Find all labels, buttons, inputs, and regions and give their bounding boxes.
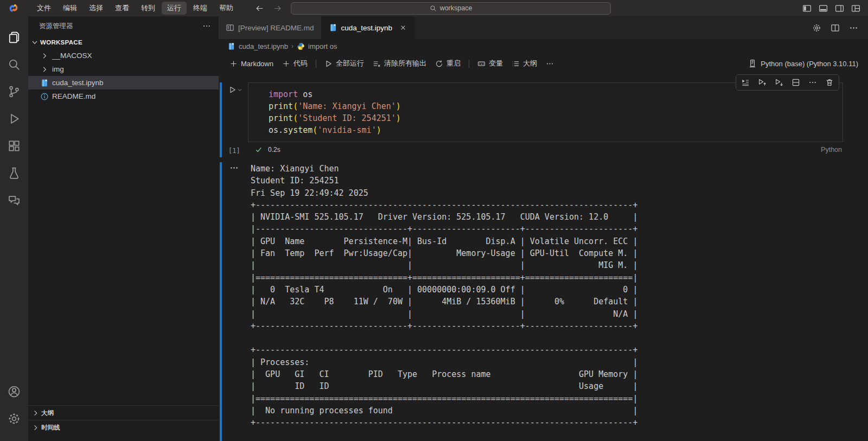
toggle-panel-icon[interactable] [819,4,828,13]
search-icon [430,5,437,12]
editor-more-actions-icon[interactable] [849,23,858,33]
menu-item[interactable]: 查看 [110,2,135,15]
toolbar-button-代码[interactable]: 代码 [278,56,312,71]
file-tree-item[interactable]: img [28,62,219,76]
outline-icon [512,60,520,68]
run-cell-button[interactable] [228,86,242,94]
toolbar-button-run-all[interactable]: 全部运行 [320,56,368,71]
menu-item[interactable]: 编辑 [58,2,82,15]
code-line: print('Student ID: 254251') [269,112,837,124]
comments-icon[interactable] [1,187,27,214]
delete-cell-icon[interactable] [825,78,834,87]
file-tree: __MACOSXimgcuda_test.ipynbREADME.md [28,49,219,103]
nav-back-icon[interactable] [255,4,264,13]
chevron-down-icon [237,87,242,93]
app-logo-icon [8,2,20,14]
notebook-icon [227,42,235,50]
tab-label: [Preview] README.md [238,24,314,32]
search-input[interactable]: workspace [291,2,611,15]
editor-area: [Preview] README.mdcuda_test.ipynb cuda_… [219,16,868,441]
output-text: Name: Xiangyi Chen Student ID: 254251 Fr… [248,162,637,441]
sidebar-title: 资源管理器 [39,22,73,31]
search-value: workspace [440,4,473,12]
success-check-icon [255,146,263,154]
close-tab-icon[interactable] [399,24,407,31]
execute-below-icon[interactable] [775,78,783,87]
breadcrumb-symbol[interactable]: import os [308,42,337,50]
testing-icon[interactable] [1,159,27,187]
split-cell-icon[interactable] [792,78,800,87]
search-view-icon[interactable] [1,51,27,78]
toolbar-separator [316,60,316,68]
explorer-icon[interactable] [1,24,27,51]
source-control-icon[interactable] [1,78,27,105]
chevron-right-icon [40,52,49,60]
toolbar-button-more[interactable] [541,57,558,70]
tab-bar: [Preview] README.mdcuda_test.ipynb [219,16,868,39]
kernel-icon [748,59,757,68]
editor-tab[interactable]: cuda_test.ipynb [322,16,415,39]
kernel-label: Python (base) (Python 3.10.11) [761,60,858,68]
sidebar-panel-outline[interactable]: 大纲 [28,405,219,420]
python-icon [297,42,305,50]
menubar: 文件编辑选择查看转到运行终端帮助 [31,2,239,15]
kernel-picker[interactable]: Python (base) (Python 3.10.11) [748,59,858,68]
cell-output: Name: Xiangyi Chen Student ID: 254251 Fr… [219,162,868,441]
restart-icon [435,60,443,68]
menu-item[interactable]: 帮助 [214,2,239,15]
chevron-down-icon [30,38,39,47]
file-label: cuda_test.ipynb [52,79,104,87]
file-label: img [52,65,64,73]
tab-label: cuda_test.ipynb [341,24,393,32]
split-editor-icon[interactable] [831,23,840,33]
svg-text:(x): (x) [478,62,484,65]
code-cell: [1] import osprint('Name: Xiangyi Chen')… [219,82,868,157]
menu-item[interactable]: 终端 [188,2,213,15]
notebook-toolbar: Markdown代码全部运行清除所有输出重启(x)变量大纲 Python (ba… [219,53,868,74]
extensions-icon[interactable] [1,132,27,159]
file-tree-item[interactable]: cuda_test.ipynb [28,76,219,90]
toolbar-button-markdown[interactable]: Markdown [225,57,278,70]
file-label: README.md [52,92,95,100]
menu-item[interactable]: 文件 [31,2,56,15]
toolbar-button-outline[interactable]: 大纲 [507,56,541,71]
notebook-body: [1] import osprint('Name: Xiangyi Chen')… [219,74,868,441]
variables-icon: (x) [477,60,486,68]
toolbar-button-restart[interactable]: 重启 [431,56,465,71]
breadcrumb-file[interactable]: cuda_test.ipynb [239,42,288,50]
menu-item[interactable]: 选择 [84,2,108,15]
account-icon[interactable] [1,378,27,405]
sidebar-panel-timeline[interactable]: 时间线 [28,420,219,434]
file-tree-item[interactable]: README.md [28,90,219,103]
run-debug-icon[interactable] [1,105,27,132]
code-line: os.system('nvidia-smi') [269,124,837,136]
execute-above-icon[interactable] [758,78,767,87]
cell-toolbar [736,74,839,91]
chevron-right-icon [31,424,40,432]
notebook-icon [40,79,49,87]
workspace-label: WORKSPACE [40,39,82,46]
more-actions-icon[interactable] [808,78,817,87]
output-more-actions-icon[interactable] [229,163,248,172]
toolbar-button-clear-outputs[interactable]: 清除所有输出 [368,56,431,71]
sidebar-explorer: 资源管理器 WORKSPACE __MACOSXimgcuda_test.ipy… [28,16,219,441]
sidebar-more-actions-icon[interactable] [202,22,211,30]
menu-item[interactable]: 运行 [162,2,187,15]
nav-forward-icon[interactable] [273,4,282,13]
plus-icon [282,60,290,68]
editor-settings-gear-icon[interactable] [812,23,821,33]
execute-cell-icon[interactable] [741,78,750,87]
workspace-section-header[interactable]: WORKSPACE [28,36,219,49]
settings-gear-icon[interactable] [1,405,27,432]
file-tree-item[interactable]: __MACOSX [28,49,219,62]
editor-tab[interactable]: [Preview] README.md [219,16,322,39]
toggle-sidebar-icon[interactable] [802,4,812,13]
customize-layout-icon[interactable] [851,4,860,13]
toggle-secondary-sidebar-icon[interactable] [835,4,844,13]
toolbar-button-variables[interactable]: (x)变量 [473,56,507,71]
menu-item[interactable]: 转到 [136,2,161,15]
chevron-right-icon: › [291,42,293,50]
cell-language-label[interactable]: Python [821,146,842,154]
cell-code-editor[interactable]: import osprint('Name: Xiangyi Chen')prin… [248,82,843,142]
notebook-icon [329,23,337,32]
